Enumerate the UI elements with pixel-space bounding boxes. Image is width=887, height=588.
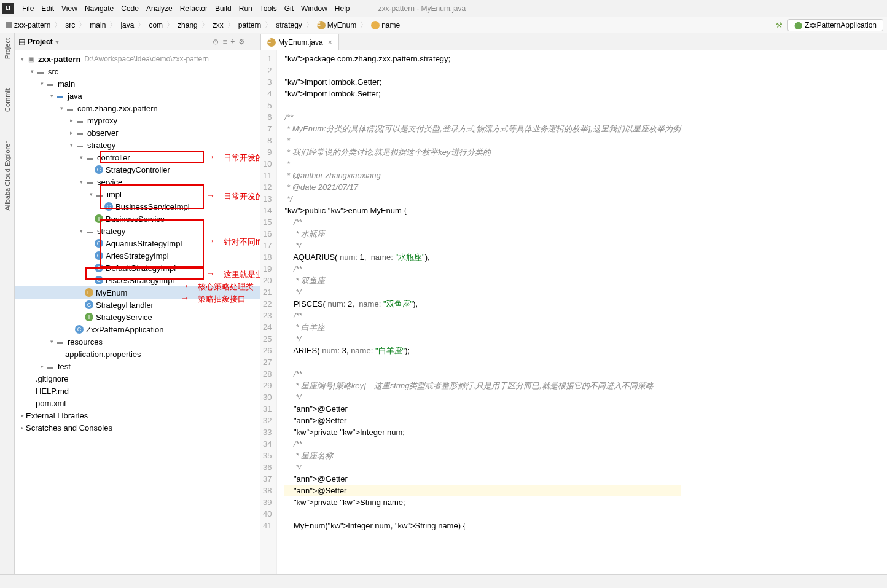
folder-icon: ▬: [75, 116, 85, 125]
tree-root[interactable]: ▾▣zxx-patternD:\Aworkspace\idea\demo\zxx…: [15, 53, 260, 65]
iface-icon: I: [85, 313, 93, 321]
tree-StrategyService[interactable]: IStrategyService: [15, 311, 260, 323]
project-tree[interactable]: → 日常开发的控制层 → 日常开发的业务层 → 针对不同if else分支抽象出…: [15, 50, 260, 574]
tree-service[interactable]: ▾▬service: [15, 176, 260, 188]
class-icon: C: [85, 300, 93, 309]
menu-view[interactable]: View: [58, 4, 81, 13]
folder-icon: ▬: [95, 189, 104, 199]
tree-AriesStrategyImpl[interactable]: CAriesStrategyImpl: [15, 249, 260, 262]
class-icon: C: [95, 251, 103, 260]
iface-icon: I: [95, 214, 103, 223]
crumb-java[interactable]: java: [118, 21, 136, 29]
folder-icon: ▬: [85, 226, 95, 236]
crumb-com[interactable]: com: [146, 21, 165, 29]
folder-icon: ▬: [75, 128, 85, 138]
menu-analyze[interactable]: Analyze: [143, 4, 176, 13]
crumb-name[interactable]: fname: [369, 21, 402, 29]
tree-scratches[interactable]: ▸Scratches and Consoles: [15, 421, 260, 434]
select-opened-file-icon[interactable]: ⊙: [213, 37, 219, 46]
tree-gitignore[interactable]: .gitignore: [15, 372, 260, 385]
tab-label: MyEnum.java: [278, 38, 323, 47]
class-icon: C: [95, 276, 103, 284]
tree-strategy2[interactable]: ▾▬strategy: [15, 225, 260, 237]
folder-icon: ▬: [55, 337, 65, 347]
crumb-src[interactable]: src: [63, 21, 77, 29]
expand-all-icon[interactable]: ≡: [222, 37, 227, 46]
tree-pom[interactable]: pom.xml: [15, 397, 260, 409]
menu-git[interactable]: Git: [281, 4, 297, 13]
tree-extlib[interactable]: ▸External Libraries: [15, 409, 260, 421]
tree-help[interactable]: HELP.md: [15, 385, 260, 397]
breadcrumb: zxx-pattern〉src〉main〉java〉com〉zhang〉zxx〉…: [4, 20, 402, 30]
run-icon: ⬤: [794, 21, 802, 29]
tab-commit[interactable]: Commit: [4, 86, 11, 114]
tree-PiscesStrategyImpl[interactable]: CPiscesStrategyImpl: [15, 274, 260, 286]
tree-BusinessServiceImpl[interactable]: CBusinessServiceImpl: [15, 200, 260, 213]
menu-tools[interactable]: Tools: [256, 4, 281, 13]
build-icon[interactable]: ⚒: [776, 21, 783, 29]
tree-StrategyHandler[interactable]: CStrategyHandler: [15, 299, 260, 311]
tree-strategy[interactable]: ▾▬strategy: [15, 139, 260, 151]
menu-run[interactable]: Run: [235, 4, 256, 13]
folder-icon: ▬: [85, 177, 95, 187]
crumb-MyEnum[interactable]: EMyEnum: [315, 21, 359, 29]
gutter: 1234567891011121314151617181920212223242…: [260, 50, 277, 574]
tab-alibaba-cloud-explorer[interactable]: Alibaba Cloud Explorer: [4, 139, 11, 213]
crumb-zhang[interactable]: zhang: [175, 21, 200, 29]
tree-main[interactable]: ▾▬main: [15, 77, 260, 90]
tree-impl[interactable]: ▾▬impl: [15, 188, 260, 200]
tree-controller[interactable]: ▾▬controller: [15, 151, 260, 163]
tree-ZxxPatternApplication[interactable]: CZxxPatternApplication: [15, 323, 260, 335]
tab-project[interactable]: Project: [4, 36, 11, 61]
tree-BusinessService[interactable]: IBusinessService: [15, 213, 260, 225]
tree-observer[interactable]: ▸▬observer: [15, 127, 260, 139]
menu-build[interactable]: Build: [211, 4, 235, 13]
crumb-strategy[interactable]: strategy: [273, 21, 305, 29]
project-panel: ▤ Project ▾ ⊙ ≡ ÷ ⚙ — → 日常开发的控制层 → 日常开发的…: [15, 33, 260, 574]
run-config-label: ZxxPatternApplication: [805, 21, 877, 29]
menu-refactor[interactable]: Refactor: [176, 4, 211, 13]
crumb-zxx-pattern[interactable]: zxx-pattern: [4, 21, 53, 29]
menu-navigate[interactable]: Navigate: [81, 4, 117, 13]
tree-src[interactable]: ▾▬src: [15, 65, 260, 77]
project-label: Project: [28, 37, 53, 46]
class-icon: C: [75, 325, 84, 334]
settings-icon[interactable]: ⚙: [238, 37, 245, 46]
tree-appprops[interactable]: application.properties: [15, 348, 260, 360]
folder-icon: ▬: [75, 140, 85, 150]
tree-test[interactable]: ▸▬test: [15, 360, 260, 372]
menu-edit[interactable]: Edit: [37, 4, 58, 13]
run-configuration-selector[interactable]: ⬤ ZxxPatternApplication: [787, 19, 883, 31]
class-icon: C: [95, 239, 103, 248]
close-tab-icon[interactable]: ×: [328, 38, 332, 47]
tree-StrategyController[interactable]: CStrategyController: [15, 163, 260, 176]
menu-code[interactable]: Code: [117, 4, 143, 13]
menu-window[interactable]: Window: [297, 4, 331, 13]
hide-icon[interactable]: —: [249, 37, 256, 46]
crumb-main[interactable]: main: [87, 21, 108, 29]
tree-MyEnum[interactable]: EMyEnum: [15, 286, 260, 299]
class-icon: C: [95, 165, 103, 174]
crumb-pattern[interactable]: pattern: [236, 21, 264, 29]
tree-resources[interactable]: ▾▬resources: [15, 335, 260, 348]
menu-bar: IJ FileEditViewNavigateCodeAnalyzeRefact…: [0, 0, 887, 17]
editor-area: E MyEnum.java × 123456789101112131415161…: [260, 33, 887, 574]
collapse-all-icon[interactable]: ÷: [230, 37, 235, 46]
status-bar: [0, 574, 887, 588]
menu-file[interactable]: File: [18, 4, 37, 13]
code-editor[interactable]: 1234567891011121314151617181920212223242…: [260, 50, 887, 574]
left-tool-gutter: Project Commit Alibaba Cloud Explorer: [0, 33, 15, 574]
tree-myproxy[interactable]: ▸▬myproxy: [15, 114, 260, 127]
folder-icon: ▬: [65, 103, 75, 113]
tree-AquariusStrategyImpl[interactable]: CAquariusStrategyImpl: [15, 237, 260, 249]
tree-java[interactable]: ▾▬java: [15, 90, 260, 102]
tab-myenum[interactable]: E MyEnum.java ×: [260, 34, 339, 50]
class-icon: C: [95, 264, 103, 272]
tree-pkg[interactable]: ▾▬com.zhang.zxx.pattern: [15, 102, 260, 114]
source-code[interactable]: "kw">package com.zhang.zxx.pattern.strat…: [277, 50, 680, 574]
class-icon: C: [104, 202, 113, 211]
tree-DefaultStrategyImpl[interactable]: CDefaultStrategyImpl: [15, 262, 260, 274]
chevron-down-icon[interactable]: ▾: [55, 37, 59, 46]
menu-help[interactable]: Help: [331, 4, 354, 13]
crumb-zxx[interactable]: zxx: [210, 21, 226, 29]
